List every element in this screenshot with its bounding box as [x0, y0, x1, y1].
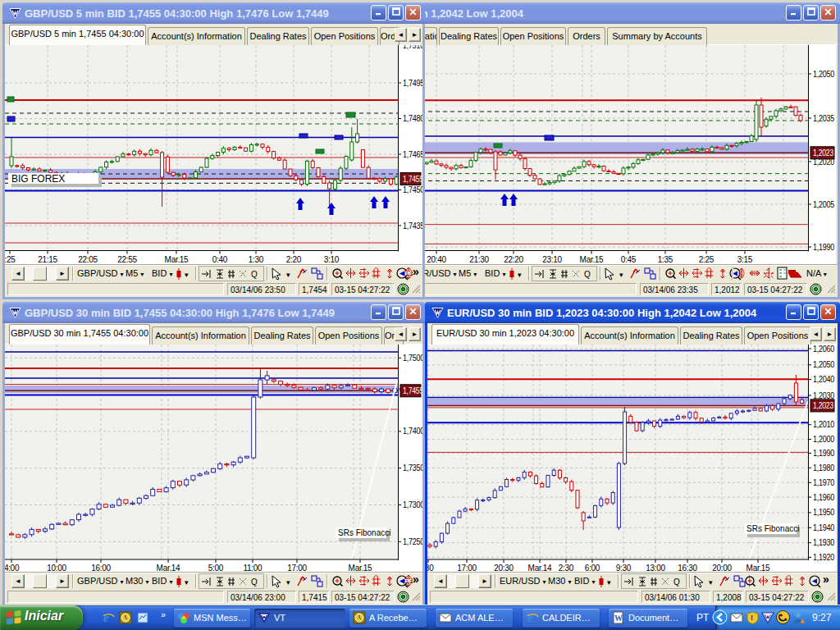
- svg-text:22:05: 22:05: [78, 255, 98, 264]
- svg-text:SRs Fibonacci: SRs Fibonacci: [746, 524, 799, 533]
- svg-text:0:40: 0:40: [212, 255, 228, 264]
- svg-text:1,1950: 1,1950: [813, 508, 835, 517]
- svg-text:20:00: 20:00: [712, 564, 732, 572]
- svg-text:1,1930: 1,1930: [813, 538, 835, 547]
- svg-text:Mar.14: Mar.14: [157, 564, 181, 572]
- svg-text:▾: ▾: [607, 578, 611, 587]
- svg-text:5:00: 5:00: [208, 564, 224, 572]
- svg-text:1,7350: 1,7350: [403, 463, 422, 472]
- svg-text:0:45: 0:45: [621, 255, 637, 264]
- svg-text:▾: ▾: [709, 578, 713, 587]
- svg-text:1,7465: 1,7465: [403, 150, 422, 159]
- svg-text:9:30: 9:30: [616, 564, 632, 572]
- svg-text:11:00: 11:00: [244, 564, 263, 572]
- svg-text:1,7435: 1,7435: [403, 221, 422, 231]
- svg-text:BIG FOREX: BIG FOREX: [11, 173, 65, 185]
- svg-text:Q: Q: [584, 270, 591, 279]
- svg-text:1,7455: 1,7455: [403, 386, 422, 395]
- svg-text:1,7500: 1,7500: [403, 354, 422, 363]
- svg-text:16:00: 16:00: [91, 564, 111, 572]
- svg-text:1,2050: 1,2050: [813, 70, 835, 79]
- svg-text:1,7400: 1,7400: [403, 427, 422, 436]
- svg-text:17:00: 17:00: [457, 564, 477, 572]
- svg-text:Q: Q: [673, 578, 680, 587]
- svg-text:Mar.15: Mar.15: [746, 564, 771, 572]
- svg-text:20:40: 20:40: [427, 255, 446, 264]
- svg-text:Mar.15: Mar.15: [580, 255, 605, 264]
- svg-text:13:00: 13:00: [646, 564, 665, 572]
- svg-text:▾: ▾: [185, 578, 189, 587]
- svg-text:1,2035: 1,2035: [813, 114, 835, 123]
- svg-text:Q: Q: [251, 270, 258, 279]
- svg-text:Q: Q: [251, 578, 258, 587]
- svg-text:17:00: 17:00: [287, 564, 307, 572]
- svg-text:2:25: 2:25: [699, 255, 714, 264]
- svg-text:1,2050: 1,2050: [813, 360, 835, 369]
- svg-text:1,1990: 1,1990: [813, 449, 835, 458]
- svg-text:1,1980: 1,1980: [813, 463, 835, 472]
- svg-text:▾: ▾: [286, 578, 290, 587]
- svg-text:3:10: 3:10: [324, 255, 340, 264]
- svg-text:▾: ▾: [185, 271, 189, 279]
- svg-text:16:30: 16:30: [678, 564, 697, 572]
- svg-text:Mar.14: Mar.14: [528, 564, 553, 572]
- svg-text:e: e: [527, 611, 533, 624]
- svg-text:1,1920: 1,1920: [813, 553, 835, 562]
- svg-text:1,2060: 1,2060: [813, 345, 835, 354]
- svg-text:23:10: 23:10: [542, 255, 562, 264]
- svg-text:e: e: [103, 611, 109, 624]
- svg-text:1:30: 1:30: [249, 255, 264, 264]
- svg-text:1,1970: 1,1970: [813, 478, 835, 487]
- svg-text:21:15: 21:15: [38, 255, 57, 264]
- svg-text:2:30: 2:30: [559, 564, 574, 572]
- svg-text:1,7450: 1,7450: [403, 185, 422, 194]
- svg-text:1,1960: 1,1960: [813, 493, 835, 502]
- svg-text:1,2040: 1,2040: [813, 375, 835, 384]
- svg-text:2:20: 2:20: [286, 255, 302, 264]
- svg-text:3:15: 3:15: [737, 255, 753, 264]
- svg-text:1,2023: 1,2023: [813, 148, 834, 158]
- svg-text:SRs Fibonacci: SRs Fibonacci: [338, 528, 390, 537]
- svg-text:22:20: 22:20: [504, 255, 523, 264]
- svg-text:6:00: 6:00: [585, 564, 600, 572]
- svg-text:1,7300: 1,7300: [403, 500, 422, 509]
- svg-text:1,7250: 1,7250: [403, 537, 422, 546]
- svg-text:1,2030: 1,2030: [813, 391, 835, 400]
- svg-text:▾: ▾: [619, 271, 623, 279]
- svg-text:Mar.15: Mar.15: [349, 564, 373, 572]
- svg-text:1,7495: 1,7495: [403, 79, 422, 88]
- svg-text::30: :30: [427, 564, 434, 572]
- svg-text:!: !: [751, 614, 753, 622]
- svg-text::25: :25: [5, 255, 16, 264]
- svg-text:1,7480: 1,7480: [403, 114, 422, 123]
- svg-text:Mar.15: Mar.15: [165, 255, 189, 264]
- svg-text:1,1940: 1,1940: [813, 523, 835, 532]
- svg-text:1,1990: 1,1990: [813, 243, 835, 252]
- svg-text:W: W: [614, 614, 623, 623]
- svg-text:1,2005: 1,2005: [813, 200, 835, 209]
- svg-text:▾: ▾: [518, 271, 522, 279]
- svg-text:21:30: 21:30: [469, 255, 489, 264]
- svg-text:1,7510: 1,7510: [403, 45, 422, 50]
- svg-text:1,2010: 1,2010: [813, 420, 835, 429]
- svg-text:4:00: 4:00: [5, 564, 20, 572]
- svg-text:1,2000: 1,2000: [813, 435, 835, 444]
- svg-text:20:30: 20:30: [494, 564, 514, 572]
- svg-text:1:35: 1:35: [658, 255, 673, 264]
- svg-text:1,2023: 1,2023: [813, 401, 834, 410]
- svg-text:1,7455: 1,7455: [403, 175, 422, 184]
- svg-text:22:55: 22:55: [117, 255, 137, 264]
- svg-text:▾: ▾: [286, 271, 290, 279]
- svg-text:10:00: 10:00: [47, 564, 66, 572]
